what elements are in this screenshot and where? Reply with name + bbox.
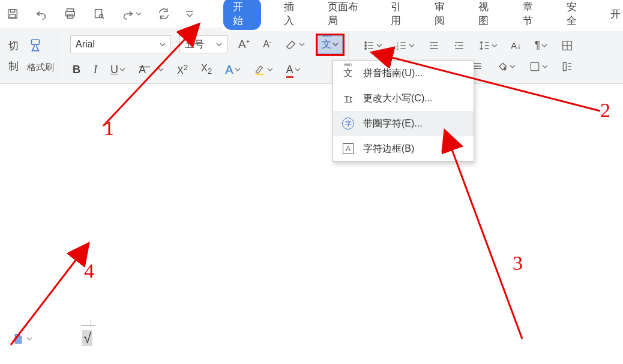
tab-insert[interactable]: 插入	[281, 0, 305, 31]
strikethrough-button[interactable]: A—	[136, 62, 166, 77]
italic-button[interactable]: I	[91, 62, 100, 77]
number-list-icon: 123	[396, 40, 408, 52]
increase-indent-button[interactable]	[451, 38, 468, 53]
tab-security[interactable]: 安全	[564, 0, 588, 31]
menu-label: 带圈字符(E)...	[363, 118, 423, 130]
print-icon	[64, 7, 77, 20]
bullets-button[interactable]	[361, 38, 385, 53]
svg-point-12	[365, 47, 367, 49]
numbering-button[interactable]: 123	[393, 38, 417, 53]
page-icon	[12, 332, 24, 345]
menu-item-enclosed-char[interactable]: 字 带圈字符(E)...	[333, 111, 474, 136]
print-preview-button[interactable]	[90, 5, 108, 23]
tab-view[interactable]: 视图	[476, 0, 499, 31]
svg-point-10	[365, 41, 367, 43]
save-icon	[6, 7, 19, 20]
indent-increase-icon	[453, 40, 465, 52]
svg-rect-6	[95, 10, 102, 18]
redo-split-button[interactable]	[119, 5, 144, 23]
format-painter-label: 格式刷	[27, 62, 54, 73]
font-size-select[interactable]: 五号	[179, 35, 227, 53]
borders-button[interactable]	[558, 38, 576, 53]
svg-rect-2	[10, 14, 15, 17]
tab-home[interactable]: 开始	[223, 0, 261, 30]
paintbrush-icon	[27, 38, 44, 53]
shrink-font-button[interactable]: A-	[260, 37, 274, 51]
svg-rect-18	[563, 62, 566, 70]
font-group: Arial 五号 A+ A- wén 文	[67, 31, 349, 80]
phonetic-guide-menu: wén文 拼音指南(U)... Tt 更改大小写(C)... 字 带圈字符(E)…	[333, 60, 474, 162]
navigation-pane-toggle[interactable]	[12, 332, 32, 345]
svg-point-11	[365, 44, 367, 46]
char-border-icon: A	[342, 142, 355, 155]
tab-pagelayout[interactable]: 页面布局	[325, 0, 367, 31]
chevron-down-icon	[295, 67, 301, 73]
chevron-down-icon	[158, 67, 164, 73]
chevron-down-icon	[542, 64, 548, 70]
svg-rect-1	[10, 10, 14, 13]
cut-button[interactable]: 切	[8, 39, 19, 53]
chevron-down-icon	[119, 67, 125, 73]
chevron-down-icon	[136, 11, 142, 17]
line-spacing-button[interactable]	[476, 38, 500, 53]
document-content[interactable]: √	[82, 330, 92, 347]
bold-button[interactable]: B	[70, 62, 83, 77]
chevron-down-icon	[267, 67, 273, 73]
highlight-button[interactable]	[251, 62, 275, 77]
border-box-icon	[529, 61, 541, 73]
find-button[interactable]	[559, 59, 576, 74]
tab-chapter[interactable]: 章节	[520, 0, 544, 31]
indent-decrease-icon	[428, 40, 440, 52]
chevron-down-icon	[409, 43, 415, 49]
qat-overflow-button[interactable]	[184, 8, 196, 20]
chevron-down-icon	[333, 41, 339, 47]
symbol-button[interactable]	[526, 59, 550, 74]
undo-icon	[35, 7, 48, 20]
chevron-down-icon	[510, 64, 516, 70]
undo-button[interactable]	[32, 5, 50, 23]
eraser-icon	[284, 38, 298, 51]
ribbon-tabs: 开始 插入 页面布局 引用 审阅 视图 章节 安全 开	[223, 0, 623, 31]
tab-more[interactable]: 开	[608, 4, 623, 25]
enclosed-char-icon: 字	[342, 117, 355, 130]
font-name-value: Arial	[76, 39, 95, 50]
svg-text:3: 3	[397, 47, 399, 50]
quick-access-toolbar: 开始 插入 页面布局 引用 审阅 视图 章节 安全 开	[0, 0, 623, 28]
clear-format-button[interactable]	[282, 37, 307, 52]
font-name-select[interactable]: Arial	[70, 35, 171, 53]
show-marks-button[interactable]: ¶	[532, 38, 550, 53]
underline-button[interactable]: U	[108, 62, 128, 77]
superscript-button[interactable]: X2	[175, 62, 190, 77]
format-painter-button[interactable]	[27, 38, 44, 53]
sync-button[interactable]	[155, 5, 173, 23]
chevron-down-icon	[492, 43, 498, 49]
chevron-down-icon	[216, 41, 222, 47]
font-color-button[interactable]: A	[284, 62, 303, 77]
line-spacing-icon	[478, 40, 490, 52]
menu-item-change-case[interactable]: Tt 更改大小写(C)...	[333, 86, 474, 111]
chevron-down-icon	[235, 67, 241, 73]
grow-font-button[interactable]: A+	[236, 37, 252, 52]
menu-item-pinyin[interactable]: wén文 拼音指南(U)...	[333, 61, 474, 86]
paint-bucket-icon	[496, 61, 508, 73]
menu-item-char-border[interactable]: A 字符边框(B)	[333, 136, 474, 161]
shading-button[interactable]	[494, 59, 518, 74]
decrease-indent-button[interactable]	[426, 38, 442, 53]
save-button[interactable]	[4, 5, 22, 23]
change-case-icon: Tt	[342, 92, 355, 105]
document-canvas[interactable]: √	[0, 102, 623, 364]
svg-rect-17	[531, 62, 538, 70]
bullet-list-icon	[363, 40, 375, 52]
subscript-button[interactable]: X2	[199, 62, 214, 77]
tab-references[interactable]: 引用	[388, 0, 412, 31]
print-button[interactable]	[61, 5, 79, 23]
ribbon-home: 切 制 格式刷 Arial 五号 A+ A-	[0, 28, 623, 84]
redo-icon	[121, 7, 134, 20]
phonetic-guide-split-button[interactable]: wén 文	[316, 34, 345, 56]
highlight-icon	[254, 64, 266, 76]
chevron-down-icon	[541, 43, 547, 49]
svg-rect-5	[67, 15, 73, 19]
sort-button[interactable]: A↓	[508, 39, 524, 52]
tab-review[interactable]: 审阅	[432, 0, 456, 31]
text-effects-button[interactable]: A	[223, 62, 242, 78]
